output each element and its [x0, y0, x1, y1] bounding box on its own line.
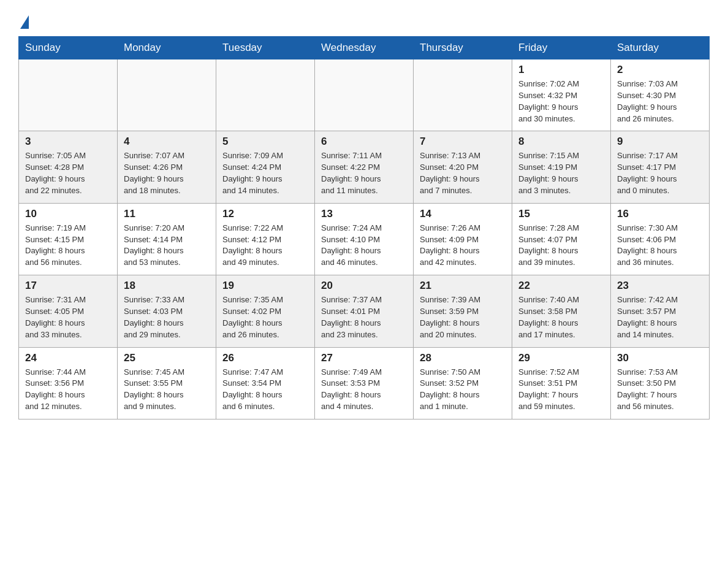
calendar-day-cell: 7Sunrise: 7:13 AM Sunset: 4:20 PM Daylig… [414, 131, 512, 203]
day-number: 4 [124, 136, 210, 148]
day-number: 27 [321, 352, 407, 364]
day-info: Sunrise: 7:50 AM Sunset: 3:52 PM Dayligh… [420, 367, 506, 413]
day-info: Sunrise: 7:02 AM Sunset: 4:32 PM Dayligh… [518, 79, 604, 124]
day-info: Sunrise: 7:47 AM Sunset: 3:54 PM Dayligh… [222, 367, 308, 413]
calendar-day-cell: 15Sunrise: 7:28 AM Sunset: 4:07 PM Dayli… [512, 203, 611, 275]
day-number: 11 [124, 208, 210, 220]
calendar-day-cell: 23Sunrise: 7:42 AM Sunset: 3:57 PM Dayli… [611, 275, 710, 347]
calendar-header-thursday: Thursday [414, 37, 512, 59]
calendar-day-cell: 24Sunrise: 7:44 AM Sunset: 3:56 PM Dayli… [19, 347, 118, 419]
calendar-day-cell: 9Sunrise: 7:17 AM Sunset: 4:17 PM Daylig… [611, 131, 710, 203]
day-number: 6 [321, 136, 407, 148]
day-info: Sunrise: 7:24 AM Sunset: 4:10 PM Dayligh… [321, 223, 407, 269]
day-info: Sunrise: 7:52 AM Sunset: 3:51 PM Dayligh… [518, 367, 604, 413]
calendar-day-cell: 21Sunrise: 7:39 AM Sunset: 3:59 PM Dayli… [414, 275, 512, 347]
calendar-day-cell: 16Sunrise: 7:30 AM Sunset: 4:06 PM Dayli… [611, 203, 710, 275]
day-info: Sunrise: 7:45 AM Sunset: 3:55 PM Dayligh… [124, 367, 210, 413]
day-number: 19 [222, 280, 308, 292]
day-number: 29 [518, 352, 604, 364]
day-info: Sunrise: 7:22 AM Sunset: 4:12 PM Dayligh… [222, 223, 308, 269]
day-info: Sunrise: 7:07 AM Sunset: 4:26 PM Dayligh… [124, 150, 210, 196]
calendar-table: SundayMondayTuesdayWednesdayThursdayFrid… [18, 36, 710, 419]
page-header [18, 12, 710, 25]
day-info: Sunrise: 7:17 AM Sunset: 4:17 PM Dayligh… [617, 150, 703, 196]
day-info: Sunrise: 7:35 AM Sunset: 4:02 PM Dayligh… [222, 294, 308, 340]
calendar-header-wednesday: Wednesday [315, 37, 414, 59]
calendar-day-cell: 2Sunrise: 7:03 AM Sunset: 4:30 PM Daylig… [611, 59, 710, 131]
day-number: 25 [124, 352, 210, 364]
calendar-header-friday: Friday [512, 37, 611, 59]
day-info: Sunrise: 7:20 AM Sunset: 4:14 PM Dayligh… [124, 223, 210, 269]
day-number: 7 [420, 136, 506, 148]
day-number: 13 [321, 208, 407, 220]
day-info: Sunrise: 7:44 AM Sunset: 3:56 PM Dayligh… [25, 367, 111, 413]
day-number: 14 [420, 208, 506, 220]
day-info: Sunrise: 7:40 AM Sunset: 3:58 PM Dayligh… [518, 294, 604, 340]
day-info: Sunrise: 7:33 AM Sunset: 4:03 PM Dayligh… [124, 294, 210, 340]
calendar-day-cell [118, 59, 216, 131]
calendar-day-cell: 3Sunrise: 7:05 AM Sunset: 4:28 PM Daylig… [19, 131, 118, 203]
calendar-day-cell: 27Sunrise: 7:49 AM Sunset: 3:53 PM Dayli… [315, 347, 414, 419]
day-number: 8 [518, 136, 604, 148]
day-info: Sunrise: 7:42 AM Sunset: 3:57 PM Dayligh… [617, 294, 703, 340]
calendar-day-cell: 28Sunrise: 7:50 AM Sunset: 3:52 PM Dayli… [414, 347, 512, 419]
calendar-header-sunday: Sunday [19, 37, 118, 59]
day-number: 21 [420, 280, 506, 292]
day-number: 5 [222, 136, 308, 148]
calendar-day-cell: 26Sunrise: 7:47 AM Sunset: 3:54 PM Dayli… [216, 347, 315, 419]
day-info: Sunrise: 7:05 AM Sunset: 4:28 PM Dayligh… [25, 150, 111, 196]
day-info: Sunrise: 7:39 AM Sunset: 3:59 PM Dayligh… [420, 294, 506, 340]
day-info: Sunrise: 7:26 AM Sunset: 4:09 PM Dayligh… [420, 223, 506, 269]
day-number: 17 [25, 280, 111, 292]
day-number: 9 [617, 136, 703, 148]
day-number: 22 [518, 280, 604, 292]
calendar-day-cell: 20Sunrise: 7:37 AM Sunset: 4:01 PM Dayli… [315, 275, 414, 347]
calendar-day-cell [315, 59, 414, 131]
calendar-week-row: 10Sunrise: 7:19 AM Sunset: 4:15 PM Dayli… [19, 203, 710, 275]
day-number: 12 [222, 208, 308, 220]
day-number: 18 [124, 280, 210, 292]
day-number: 20 [321, 280, 407, 292]
calendar-day-cell [19, 59, 118, 131]
day-info: Sunrise: 7:30 AM Sunset: 4:06 PM Dayligh… [617, 223, 703, 269]
calendar-day-cell: 18Sunrise: 7:33 AM Sunset: 4:03 PM Dayli… [118, 275, 216, 347]
calendar-day-cell: 13Sunrise: 7:24 AM Sunset: 4:10 PM Dayli… [315, 203, 414, 275]
day-info: Sunrise: 7:53 AM Sunset: 3:50 PM Dayligh… [617, 367, 703, 413]
calendar-header-tuesday: Tuesday [216, 37, 315, 59]
calendar-day-cell: 11Sunrise: 7:20 AM Sunset: 4:14 PM Dayli… [118, 203, 216, 275]
day-info: Sunrise: 7:03 AM Sunset: 4:30 PM Dayligh… [617, 79, 703, 124]
calendar-day-cell: 4Sunrise: 7:07 AM Sunset: 4:26 PM Daylig… [118, 131, 216, 203]
calendar-day-cell: 25Sunrise: 7:45 AM Sunset: 3:55 PM Dayli… [118, 347, 216, 419]
calendar-day-cell [414, 59, 512, 131]
day-number: 2 [617, 64, 703, 76]
day-number: 16 [617, 208, 703, 220]
calendar-week-row: 1Sunrise: 7:02 AM Sunset: 4:32 PM Daylig… [19, 59, 710, 131]
calendar-day-cell: 6Sunrise: 7:11 AM Sunset: 4:22 PM Daylig… [315, 131, 414, 203]
calendar-day-cell: 12Sunrise: 7:22 AM Sunset: 4:12 PM Dayli… [216, 203, 315, 275]
day-number: 23 [617, 280, 703, 292]
day-number: 26 [222, 352, 308, 364]
day-number: 3 [25, 136, 111, 148]
day-info: Sunrise: 7:37 AM Sunset: 4:01 PM Dayligh… [321, 294, 407, 340]
day-number: 24 [25, 352, 111, 364]
day-info: Sunrise: 7:31 AM Sunset: 4:05 PM Dayligh… [25, 294, 111, 340]
calendar-header-row: SundayMondayTuesdayWednesdayThursdayFrid… [19, 37, 710, 59]
day-info: Sunrise: 7:09 AM Sunset: 4:24 PM Dayligh… [222, 150, 308, 196]
calendar-week-row: 17Sunrise: 7:31 AM Sunset: 4:05 PM Dayli… [19, 275, 710, 347]
day-number: 15 [518, 208, 604, 220]
day-number: 10 [25, 208, 111, 220]
calendar-day-cell: 5Sunrise: 7:09 AM Sunset: 4:24 PM Daylig… [216, 131, 315, 203]
day-info: Sunrise: 7:28 AM Sunset: 4:07 PM Dayligh… [518, 223, 604, 269]
day-info: Sunrise: 7:13 AM Sunset: 4:20 PM Dayligh… [420, 150, 506, 196]
day-number: 1 [518, 64, 604, 76]
calendar-week-row: 24Sunrise: 7:44 AM Sunset: 3:56 PM Dayli… [19, 347, 710, 419]
calendar-header-monday: Monday [118, 37, 216, 59]
logo-triangle-icon [20, 15, 29, 29]
calendar-header-saturday: Saturday [611, 37, 710, 59]
day-info: Sunrise: 7:15 AM Sunset: 4:19 PM Dayligh… [518, 150, 604, 196]
day-number: 28 [420, 352, 506, 364]
calendar-day-cell: 8Sunrise: 7:15 AM Sunset: 4:19 PM Daylig… [512, 131, 611, 203]
logo [18, 12, 29, 25]
calendar-day-cell: 14Sunrise: 7:26 AM Sunset: 4:09 PM Dayli… [414, 203, 512, 275]
calendar-day-cell: 10Sunrise: 7:19 AM Sunset: 4:15 PM Dayli… [19, 203, 118, 275]
